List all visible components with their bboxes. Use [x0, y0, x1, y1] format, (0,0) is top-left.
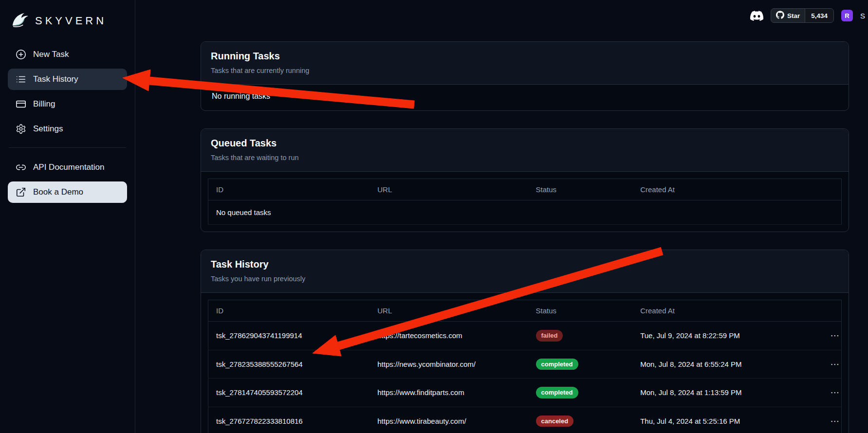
sidebar-item-api-documentation[interactable]: API Documentation — [8, 157, 127, 178]
status-badge: completed — [536, 359, 578, 370]
sidebar-item-label: Billing — [33, 99, 55, 109]
col-header-url: URL — [369, 179, 528, 200]
task-id: tsk_278629043741199914 — [208, 322, 370, 350]
topbar: Star 5,434 R S — [750, 8, 865, 23]
sidebar: SKYVERN New Task Task History Billing — [0, 0, 135, 433]
status-badge: completed — [536, 387, 578, 398]
task-row[interactable]: tsk_278235388555267564 https://news.ycom… — [208, 350, 842, 379]
github-icon — [776, 11, 784, 20]
plus-circle-icon — [16, 49, 26, 60]
cards-column: Running Tasks Tasks that are currently r… — [201, 41, 849, 433]
task-created-at: Mon, Jul 8, 2024 at 6:55:24 PM — [632, 350, 822, 379]
running-tasks-header: Running Tasks Tasks that are currently r… — [201, 42, 849, 85]
github-star-label: Star — [787, 12, 800, 19]
profile-clipped-text: S — [860, 12, 865, 20]
queued-tasks-empty: No queued tasks — [208, 200, 842, 225]
sidebar-item-book-a-demo[interactable]: Book a Demo — [8, 181, 127, 203]
task-url: https://www.finditparts.com — [369, 379, 528, 407]
task-row[interactable]: tsk_278147405593572204 https://www.findi… — [208, 379, 842, 407]
col-header-url: URL — [369, 300, 528, 322]
sidebar-item-label: Task History — [33, 74, 78, 84]
sidebar-nav: New Task Task History Billing Settings — [8, 44, 127, 140]
sidebar-item-label: API Documentation — [33, 162, 104, 172]
card-subtitle: Tasks that are waiting to run — [211, 154, 839, 162]
credit-card-icon — [16, 99, 26, 109]
task-row[interactable]: tsk_276727822333810816 https://www.tirab… — [208, 407, 842, 433]
sidebar-item-billing[interactable]: Billing — [8, 93, 127, 115]
col-header-id: ID — [208, 179, 370, 200]
link-icon — [16, 162, 26, 173]
task-history-table: ID URL Status Created At tsk_27862904374… — [208, 300, 842, 433]
col-header-status: Status — [528, 179, 633, 200]
card-title: Running Tasks — [211, 51, 839, 62]
queued-tasks-table: ID URL Status Created At No queued tasks — [208, 179, 842, 225]
skyvern-dragon-icon — [10, 10, 30, 32]
sidebar-secondary-nav: API Documentation Book a Demo — [8, 157, 127, 203]
queued-tasks-card: Queued Tasks Tasks that are waiting to r… — [201, 128, 849, 232]
list-icon — [16, 74, 26, 85]
sidebar-item-label: New Task — [33, 50, 69, 59]
main-content: Star 5,434 R S Running Tasks Tasks that … — [135, 0, 868, 433]
task-url: https://www.tirabeauty.com/ — [369, 407, 528, 433]
table-header-row: ID URL Status Created At — [208, 179, 842, 200]
sidebar-item-label: Book a Demo — [33, 187, 83, 197]
github-star-button[interactable]: Star 5,434 — [771, 8, 834, 23]
avatar[interactable]: R — [841, 10, 853, 21]
task-id: tsk_276727822333810816 — [208, 407, 370, 433]
col-header-actions — [822, 300, 841, 322]
task-history-card: Task History Tasks you have run previous… — [201, 250, 849, 433]
logo: SKYVERN — [8, 7, 127, 44]
sidebar-item-label: Settings — [33, 124, 63, 134]
app-root: SKYVERN New Task Task History Billing — [0, 0, 868, 433]
running-tasks-empty: No running tasks — [201, 85, 849, 110]
logo-text: SKYVERN — [35, 15, 107, 27]
task-url: https://tartecosmetics.com — [369, 322, 528, 350]
task-row[interactable]: tsk_278629043741199914 https://tartecosm… — [208, 322, 842, 350]
task-created-at: Tue, Jul 9, 2024 at 8:22:59 PM — [632, 322, 822, 350]
task-id: tsk_278147405593572204 — [208, 379, 370, 407]
col-header-actions — [822, 179, 841, 200]
col-header-id: ID — [208, 300, 370, 322]
card-title: Queued Tasks — [211, 138, 839, 149]
card-title: Task History — [211, 259, 839, 270]
card-subtitle: Tasks you have run previously — [211, 275, 839, 283]
sidebar-item-task-history[interactable]: Task History — [8, 69, 127, 90]
col-header-created-at: Created At — [632, 300, 822, 322]
task-created-at: Mon, Jul 8, 2024 at 1:13:59 PM — [632, 379, 822, 407]
row-more-icon[interactable]: ⋯ — [830, 416, 840, 426]
empty-row: No queued tasks — [208, 200, 842, 225]
row-more-icon[interactable]: ⋯ — [830, 387, 840, 397]
task-url: https://news.ycombinator.com/ — [369, 350, 528, 379]
queued-tasks-header: Queued Tasks Tasks that are waiting to r… — [201, 129, 849, 172]
status-badge: canceled — [536, 415, 574, 427]
status-badge: failed — [536, 330, 563, 342]
table-header-row: ID URL Status Created At — [208, 300, 842, 322]
col-header-status: Status — [528, 300, 633, 322]
discord-icon[interactable] — [750, 9, 763, 22]
gear-icon — [16, 124, 26, 134]
sidebar-item-new-task[interactable]: New Task — [8, 44, 127, 65]
sidebar-divider — [9, 147, 126, 148]
external-link-icon — [16, 187, 26, 198]
task-history-header: Task History Tasks you have run previous… — [201, 250, 849, 293]
github-star-count: 5,434 — [805, 9, 833, 22]
sidebar-item-settings[interactable]: Settings — [8, 118, 127, 140]
row-more-icon[interactable]: ⋯ — [830, 359, 840, 369]
card-subtitle: Tasks that are currently running — [211, 67, 839, 74]
task-id: tsk_278235388555267564 — [208, 350, 370, 379]
col-header-created-at: Created At — [632, 179, 822, 200]
running-tasks-card: Running Tasks Tasks that are currently r… — [201, 41, 849, 111]
row-more-icon[interactable]: ⋯ — [830, 330, 840, 341]
task-created-at: Thu, Jul 4, 2024 at 5:25:16 PM — [632, 407, 822, 433]
